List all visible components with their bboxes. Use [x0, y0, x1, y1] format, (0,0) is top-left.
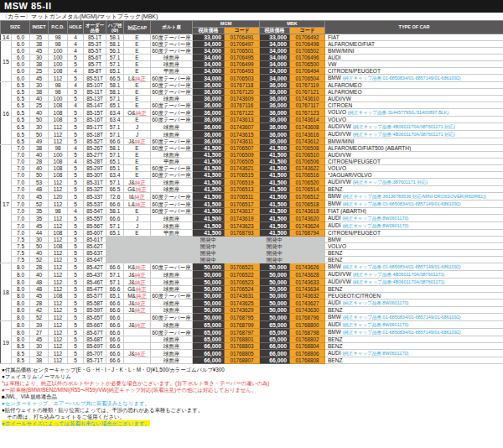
- cell-rim-width: 8.0: [12, 286, 30, 293]
- cell-pcd: 100: [49, 55, 68, 61]
- car-name: BENZ: [328, 286, 342, 292]
- cell-mgm-price: 50,000: [193, 314, 225, 321]
- cell-pcd: 98: [49, 41, 68, 48]
- car-name: VOLVO: [328, 117, 346, 122]
- car-name: ALFAROMEO: [328, 89, 361, 95]
- cell-inset: 38: [30, 41, 49, 48]
- cell-inset: 44: [30, 230, 49, 237]
- cell-mbk-code: 01743610: [290, 96, 325, 102]
- cell-mbk-price: 34,000: [260, 41, 290, 48]
- table-row: 8.532112585-70T66.6J&純正球面座66,00001768805…: [1, 350, 503, 357]
- cell-rim-width: 6.5: [12, 138, 30, 145]
- table-row: 198.039112585-66T66.6J&純正球面座65,000017687…: [1, 321, 503, 329]
- car-name: AUDI/VW: [328, 123, 351, 129]
- table-row: 8.042112585-59T66.6J&純正球面座50,00001743629…: [1, 307, 503, 314]
- cell-hub-dia: 63.4: [106, 117, 124, 123]
- cell-cap: J&純正: [124, 300, 151, 307]
- car-name: ALFAROMEO: [328, 82, 361, 88]
- cell-pcd: 108: [49, 293, 68, 300]
- cell-mbk-code: 01768794: [290, 230, 325, 237]
- cell-rim-width: 6.0: [12, 34, 30, 41]
- cell-mbk-code: 01768806: [290, 350, 325, 357]
- cell-hole: 5: [68, 179, 84, 186]
- cell-hub-dia: 57.1: [106, 271, 124, 279]
- cell-hole: 5: [68, 61, 84, 68]
- footnote-line: ●貼付ウェイトの種類・貼り位置によっては、干渉の恐れがある車種もございます。: [2, 407, 501, 414]
- table-row: 7.530112585-61T開発中開発中BMW: [1, 237, 503, 243]
- table-row: 6.540108585-15T63.4O&純正60度テーパー座36,000017…: [1, 109, 503, 117]
- cell-mbk-price: 36,000: [260, 82, 290, 89]
- cell-hole: 4: [68, 208, 84, 215]
- oem-cap-note: (純正キャップ品番:8W0601170): [342, 351, 408, 356]
- oem-cap-note: (純正キャップ品番:8W0601170): [342, 322, 408, 327]
- cell-mgm-code: 01768805: [225, 350, 260, 357]
- cell-mgm-price: 66,000: [193, 350, 225, 357]
- cell-pcd: 108: [49, 159, 68, 165]
- cell-inset: 28: [30, 159, 49, 165]
- cell-order-no: 85-18T: [84, 131, 106, 138]
- cell-mbk-code: 01767123: [290, 109, 325, 117]
- cell-type-of-car: BMW (純正キャップ品番:36136783536 対応/MINI CROSSO…: [325, 193, 503, 201]
- table-row: 6.045100485-5T56.1E60度テーパー座34,0000170650…: [1, 48, 503, 55]
- cell-hole: 5: [68, 336, 84, 343]
- cell-bolt-seat: [151, 237, 193, 243]
- col-header-cap: 対応CAP: [124, 21, 151, 34]
- cell-mbk-code: 01706516: [290, 172, 325, 179]
- cell-pcd: 100: [49, 48, 68, 55]
- cell-hub-dia: 58.1: [106, 208, 124, 215]
- cell-mbk-code: 01743614: [290, 117, 325, 123]
- cell-rim-diameter: 14: [1, 34, 12, 41]
- cell-order-no: 85-69T: [84, 343, 106, 350]
- cell-bolt-seat: 60度テーパー座: [151, 89, 193, 96]
- cell-rim-width: 7.0: [12, 159, 30, 165]
- col-header-inset: INSET: [30, 21, 49, 34]
- car-name: VOLVO: [328, 109, 346, 115]
- cell-type-of-car: CITROEN/PEUGEOT: [325, 230, 503, 237]
- cell-mgm-code: 01706511: [225, 193, 260, 201]
- cell-mbk-price: 65,000: [260, 329, 290, 336]
- cell-pcd: 108: [49, 109, 68, 117]
- cell-hub-dia: 66.6: [106, 343, 124, 350]
- cell-mbk-code: 01768798: [290, 329, 325, 336]
- car-name: CITROEN/PEUGEOT: [328, 68, 381, 74]
- oem-cap-note: (純正キャップ品番:36136783536 対応/MINI CROSSOVER(…: [343, 194, 486, 199]
- cell-hub-dia: 65.1: [106, 293, 124, 300]
- cell-hub-dia: 65.1: [106, 68, 124, 75]
- cell-mgm-price: 41,500: [193, 179, 225, 186]
- table-row: 156.03898485-3T58.1E60度テーパー座34,000017064…: [1, 41, 503, 48]
- cell-hub-dia: 66.5: [106, 186, 124, 193]
- cell-mgm-code: 01706491: [225, 34, 260, 41]
- cell-pcd: 112: [49, 179, 68, 186]
- cell-order-no: 85-43T: [84, 271, 106, 279]
- car-name: CITROEN/PEUGEOT: [328, 230, 381, 236]
- car-name: AUDI/VW: [328, 279, 351, 284]
- cell-mbk-price: 41,500: [260, 165, 290, 172]
- oem-cap-note: (純正キャップ品番:8W0601170): [342, 300, 408, 305]
- cell-hub-dia: 66.6: [106, 286, 124, 293]
- cell-mgm-price: 41,500: [193, 159, 225, 165]
- cell-hole: 5: [68, 250, 84, 257]
- cell-bolt-seat: 60度テーパー座: [151, 201, 193, 208]
- cell-mgm-price: 34,000: [193, 75, 225, 82]
- cell-hole: 5: [68, 123, 84, 131]
- car-name: BMW/MINI: [328, 48, 354, 54]
- table-row: 7.040108585-29T65.1E60度テーパー座41,500017436…: [1, 165, 503, 172]
- cell-type-of-car: AUDI (純正キャップ品番:8W0601170): [325, 350, 503, 357]
- cell-rim-width: 6.0: [12, 48, 30, 55]
- cell-hub-dia: 57.1: [106, 222, 124, 230]
- cell-pcd: 112: [49, 336, 68, 343]
- table-row: 8.048112585-46T57.1J&純正球面座50,00001706523…: [1, 279, 503, 286]
- cell-rim-width: 7.0: [12, 230, 30, 237]
- cell-inset: 35: [30, 34, 49, 41]
- cell-mgm-price: 34,000: [193, 48, 225, 55]
- spec-table-body: 146.03598485-1T58.1E60度テーパー座33,000017064…: [1, 34, 503, 364]
- table-row: 7.550108585-62T開発中開発中VOLVO: [1, 243, 503, 250]
- cell-mgm-code: 01706521: [225, 263, 260, 271]
- car-name: AUDI: [328, 300, 341, 305]
- cell-pcd: 112: [49, 271, 68, 279]
- cell-rim-width: 6.5: [12, 117, 30, 123]
- cell-hub-dia: 66.6: [106, 336, 124, 343]
- cell-hub-dia: 66.6: [106, 138, 124, 145]
- cell-rim-width: 7.0: [12, 145, 30, 152]
- cell-mgm-price: 36,000: [193, 102, 225, 109]
